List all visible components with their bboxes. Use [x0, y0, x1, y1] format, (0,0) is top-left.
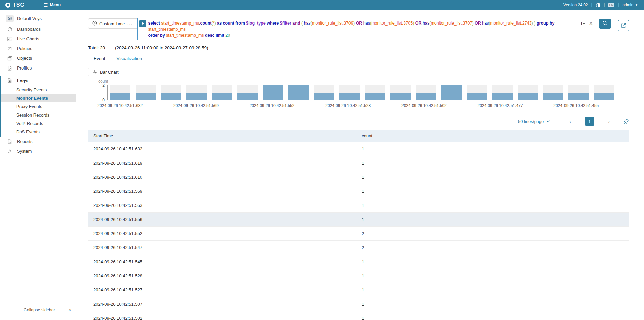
bar[interactable] — [212, 85, 232, 100]
query-token: OR — [355, 21, 363, 26]
custom-time-button[interactable]: Custom Time ··· — [88, 18, 137, 29]
bar[interactable] — [161, 85, 181, 100]
sql-query-input[interactable]: select start_timestamp_ms,count(*) as co… — [137, 18, 596, 40]
export-button[interactable] — [618, 20, 629, 31]
table-row[interactable]: 2024-09-26 10:42:51.6101 — [88, 170, 629, 184]
pagination: 50 lines/page ‹ 1 › — [88, 117, 629, 126]
column-header-count[interactable]: count — [362, 133, 629, 138]
cell-start-time: 2024-09-26 10:42:51.632 — [88, 146, 362, 151]
bar-fill — [441, 85, 462, 100]
bar-chart: count 2 0 2024-09-26 10:42:51.6322024-09… — [88, 79, 614, 108]
bar[interactable] — [339, 85, 360, 100]
text-format-icon[interactable]: TT — [580, 21, 585, 26]
table-row[interactable]: 2024-09-26 10:42:51.5451 — [88, 255, 629, 269]
table-row[interactable]: 2024-09-26 10:42:51.5071 — [88, 297, 629, 311]
separator: | — [591, 3, 592, 7]
page-size-select[interactable]: 50 lines/page — [518, 119, 550, 124]
table-row[interactable]: 2024-09-26 10:42:51.5271 — [88, 283, 629, 297]
query-token: $log_type — [246, 21, 265, 26]
bar[interactable] — [365, 85, 385, 100]
sidebar-item-session-records[interactable]: Session Records — [1, 111, 76, 119]
bar[interactable] — [186, 85, 207, 100]
query-token: 20 — [225, 33, 230, 38]
sidebar-item-default-vsys[interactable]: Default Vsys — [0, 13, 76, 24]
sidebar-item-reports[interactable]: Reports — [0, 137, 76, 146]
bar[interactable] — [314, 85, 334, 100]
tab-event[interactable]: Event — [88, 54, 111, 64]
table-row[interactable]: 2024-09-26 10:42:51.5281 — [88, 269, 629, 283]
sidebar-item-security-events[interactable]: Security Events — [1, 86, 76, 94]
sidebar-item-objects[interactable]: Objects — [0, 53, 76, 63]
cell-count: 1 — [362, 189, 629, 194]
bar[interactable] — [467, 85, 487, 100]
bar[interactable] — [441, 85, 462, 100]
y-tick-max: 2 — [102, 83, 105, 88]
bar-fill — [263, 85, 283, 100]
chart-type-button[interactable]: Bar Chart — [88, 68, 123, 76]
collapse-sidebar-button[interactable]: Collapse sidebar « — [0, 307, 76, 313]
theme-toggle-icon[interactable] — [596, 3, 601, 8]
pin-icon[interactable] — [623, 119, 629, 124]
page-number-button[interactable]: 1 — [585, 117, 594, 126]
table-row[interactable]: 2024-09-26 10:42:51.6191 — [88, 156, 629, 170]
query-token: count — [200, 21, 212, 26]
sidebar-item-profiles[interactable]: Profiles — [0, 63, 76, 73]
search-button[interactable] — [599, 19, 611, 29]
sidebar-item-label: Live Charts — [17, 36, 39, 41]
language-badge[interactable]: EN — [608, 3, 615, 7]
bar[interactable] — [237, 85, 258, 100]
bar-fill — [518, 93, 538, 100]
report-doc-icon — [6, 139, 14, 144]
sidebar-item-voip-records[interactable]: VoIP Records — [1, 119, 76, 128]
bar[interactable] — [136, 85, 156, 100]
sidebar-group-logs: Logs Security Events Monitor Events Prox… — [0, 76, 76, 137]
sidebar-item-policies[interactable]: Policies — [0, 44, 76, 53]
cell-start-time: 2024-09-26 10:42:51.502 — [88, 316, 362, 320]
sidebar-item-system[interactable]: System — [0, 146, 76, 156]
table-row[interactable]: 2024-09-26 10:42:51.6321 — [88, 142, 629, 156]
sidebar-item-dos-events[interactable]: DoS Events — [1, 128, 76, 136]
sidebar-item-proxy-events[interactable]: Proxy Events — [1, 102, 76, 111]
sidebar-item-logs[interactable]: Logs — [1, 76, 76, 86]
bar[interactable] — [110, 85, 130, 100]
table-row[interactable]: 2024-09-26 10:42:51.5021 — [88, 311, 629, 320]
bar[interactable] — [288, 85, 309, 100]
clear-query-icon[interactable]: ✕ — [589, 21, 593, 26]
sidebar-item-label: Profiles — [17, 65, 32, 71]
sidebar-item-label: Objects — [17, 56, 32, 61]
cell-count: 1 — [362, 203, 629, 208]
bar[interactable] — [492, 85, 513, 100]
bar[interactable] — [543, 85, 563, 100]
bar[interactable] — [568, 85, 589, 100]
table-row[interactable]: 2024-09-26 10:42:51.5472 — [88, 241, 629, 255]
cell-start-time: 2024-09-26 10:42:51.563 — [88, 203, 362, 208]
bar[interactable] — [416, 85, 436, 100]
bar[interactable] — [594, 85, 614, 100]
bar[interactable] — [263, 85, 283, 100]
query-token: as count from — [216, 21, 246, 26]
sidebar-item-dashboards[interactable]: Dashboards — [0, 24, 76, 34]
separator: | — [618, 3, 619, 7]
bar[interactable] — [390, 85, 411, 100]
next-page-button[interactable]: › — [604, 119, 614, 124]
menu-button[interactable]: ☰ Menu — [44, 3, 61, 7]
table-row[interactable]: 2024-09-26 10:42:51.5691 — [88, 184, 629, 198]
chart-body: 2 0 — [88, 85, 614, 100]
sidebar-item-monitor-events[interactable]: Monitor Events — [1, 94, 76, 102]
sidebar-item-live-charts[interactable]: Live Charts — [0, 34, 76, 44]
column-header-start-time[interactable]: Start Time — [88, 133, 362, 138]
query-token: and — [291, 21, 301, 26]
table-row[interactable]: 2024-09-26 10:42:51.5522 — [88, 227, 629, 241]
table-row[interactable]: 2024-09-26 10:42:51.5561 — [88, 213, 629, 227]
bar[interactable] — [518, 85, 538, 100]
previous-page-button[interactable]: ‹ — [565, 119, 575, 124]
bar-fill — [467, 93, 487, 100]
app-logo[interactable]: TSG — [0, 2, 44, 8]
query-token: OR — [414, 21, 423, 26]
query-token: start_timestamp_ms — [161, 21, 199, 26]
user-menu[interactable]: admin ▼ — [622, 3, 638, 7]
x-tick-label: 2024-09-26 10:42:51.455 — [553, 103, 599, 108]
table-row[interactable]: 2024-09-26 10:42:51.5631 — [88, 198, 629, 213]
cell-count: 1 — [362, 287, 629, 292]
tab-visualization[interactable]: Visualization — [111, 54, 148, 64]
